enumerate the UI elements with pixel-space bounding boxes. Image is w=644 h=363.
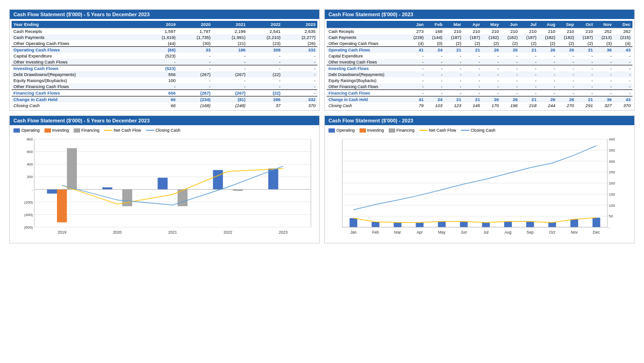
row-label: Other Financing Cash Flows bbox=[12, 83, 143, 90]
table-row: Debt Drawdowns/(Repayments)------------ bbox=[327, 71, 632, 77]
svg-text:May: May bbox=[438, 230, 446, 235]
row-value: (23) bbox=[247, 40, 282, 47]
row-value: - bbox=[595, 59, 614, 65]
row-value: - bbox=[501, 71, 520, 77]
row-value: - bbox=[463, 77, 482, 83]
row-value: - bbox=[557, 65, 576, 72]
row-value: - bbox=[501, 65, 520, 72]
row-value: (267) bbox=[213, 71, 247, 77]
row-value: (248) bbox=[213, 102, 247, 108]
row-value: - bbox=[282, 65, 317, 72]
row-value: - bbox=[407, 65, 426, 72]
row-value: - bbox=[501, 83, 520, 90]
main-container: Cash Flow Statement ($'000) - 5 Years to… bbox=[9, 9, 635, 243]
table-row: Change in Cash Held66(234)(81)286332 bbox=[12, 96, 317, 103]
row-value: - bbox=[425, 71, 444, 77]
row-value: - bbox=[463, 90, 482, 96]
row-value: 210 bbox=[501, 28, 520, 35]
row-value: 244 bbox=[538, 102, 557, 108]
row-value: - bbox=[177, 77, 212, 83]
row-value: 21 bbox=[444, 47, 463, 53]
svg-text:2020: 2020 bbox=[113, 230, 122, 235]
row-value: 37 bbox=[247, 102, 282, 108]
svg-rect-19 bbox=[213, 170, 223, 190]
row-value: 252 bbox=[595, 28, 614, 35]
financing-color-r bbox=[389, 128, 395, 133]
row-value: 291 bbox=[576, 102, 595, 108]
row-value: 24 bbox=[425, 47, 444, 53]
row-value: 41 bbox=[407, 96, 426, 103]
row-value: - bbox=[519, 77, 538, 83]
row-value: - bbox=[407, 83, 426, 90]
svg-rect-56 bbox=[438, 222, 446, 227]
bottom-right-chart-header: Cash Flow Statement ($'000) - 2023 bbox=[325, 116, 634, 125]
svg-text:(200): (200) bbox=[24, 200, 33, 204]
row-value: - bbox=[425, 59, 444, 65]
row-value: 656 bbox=[143, 90, 177, 96]
svg-rect-52 bbox=[349, 218, 357, 227]
row-value: - bbox=[247, 59, 282, 65]
col-jun: Jun bbox=[501, 21, 520, 28]
row-value: 21 bbox=[576, 96, 595, 103]
row-value: 26 bbox=[557, 96, 576, 103]
table-row: Cash Payments(228)(144)(187)(187)(182)(1… bbox=[327, 34, 632, 40]
row-value: - bbox=[282, 90, 317, 96]
row-value: - bbox=[538, 90, 557, 96]
row-value: - bbox=[576, 65, 595, 72]
table-row: Change in Cash Held412421212626212626213… bbox=[327, 96, 632, 103]
svg-text:2019: 2019 bbox=[57, 230, 66, 235]
row-value: - bbox=[557, 71, 576, 77]
bottom-left-legend: Operating Investing Financing Net Cash F… bbox=[13, 128, 316, 133]
row-value: 21 bbox=[576, 47, 595, 53]
row-value: - bbox=[501, 90, 520, 96]
top-left-panel: Cash Flow Statement ($'000) - 5 Years to… bbox=[9, 9, 320, 111]
svg-text:Mar: Mar bbox=[394, 230, 401, 235]
col-feb: Feb bbox=[425, 21, 444, 28]
row-value: - bbox=[557, 59, 576, 65]
row-value: 26 bbox=[538, 96, 557, 103]
row-value: - bbox=[213, 65, 247, 72]
legend-net-cash: Net Cash Flow bbox=[104, 128, 141, 133]
row-value: - bbox=[613, 77, 632, 83]
svg-text:Oct: Oct bbox=[549, 230, 556, 235]
row-value: (2,210) bbox=[247, 34, 282, 40]
top-right-header: Cash Flow Statement ($'000) - 2023 bbox=[325, 10, 634, 19]
row-value: - bbox=[444, 77, 463, 83]
row-value: - bbox=[519, 59, 538, 65]
svg-rect-17 bbox=[102, 187, 112, 189]
table-row: Equity Raisings/(Buybacks)100---- bbox=[12, 77, 317, 83]
svg-text:600: 600 bbox=[27, 150, 33, 154]
row-label: Equity Raisings/(Buybacks) bbox=[12, 77, 143, 83]
row-value: (187) bbox=[463, 34, 482, 40]
table-row: Capital Expenditure------------ bbox=[327, 53, 632, 59]
operating-color bbox=[13, 128, 20, 133]
svg-text:-: - bbox=[32, 188, 33, 192]
row-value: 36 bbox=[595, 96, 614, 103]
row-value: (0) bbox=[425, 40, 444, 47]
svg-text:Jul: Jul bbox=[483, 230, 488, 235]
table-row: Cash Payments(1,619)(1,735)(1,991)(2,210… bbox=[12, 34, 317, 40]
top-right-table: Jan Feb Mar Apr May Jun Jul Aug Sep Oct … bbox=[327, 21, 632, 108]
row-value: 168 bbox=[425, 28, 444, 35]
row-label: Investing Cash Flows bbox=[327, 65, 407, 72]
row-value: (182) bbox=[501, 34, 520, 40]
col-mar: Mar bbox=[444, 21, 463, 28]
row-value: - bbox=[613, 59, 632, 65]
svg-rect-62 bbox=[570, 219, 578, 227]
closing-cash-label-r: Closing Cash bbox=[471, 128, 496, 133]
svg-text:Sep: Sep bbox=[527, 230, 534, 235]
table-row: Other Operating Cash Flows(44)(30)(21)(2… bbox=[12, 40, 317, 47]
table-row: Other Financing Cash Flows------------ bbox=[327, 83, 632, 90]
svg-text:400: 400 bbox=[27, 162, 33, 166]
svg-text:100: 100 bbox=[609, 204, 615, 208]
svg-text:200: 200 bbox=[27, 175, 33, 179]
bottom-right-svg: 40035030025020015010050-JanFebMarAprMayJ… bbox=[328, 134, 631, 241]
svg-text:2023: 2023 bbox=[279, 230, 288, 235]
row-value: 103 bbox=[425, 102, 444, 108]
closing-cash-line bbox=[146, 130, 154, 131]
legend-operating: Operating bbox=[13, 128, 40, 133]
row-value: - bbox=[482, 53, 501, 59]
row-value: - bbox=[482, 71, 501, 77]
table-row: Operating Cash Flows41242121262621262621… bbox=[327, 47, 632, 53]
row-label: Investing Cash Flows bbox=[12, 65, 143, 72]
